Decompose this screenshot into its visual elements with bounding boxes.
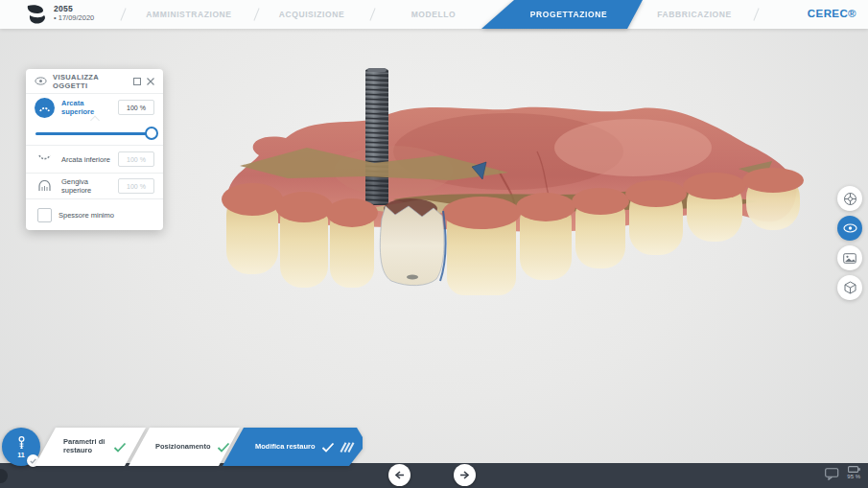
tab-fabbricazione[interactable]: FABBRICAZIONE (637, 0, 752, 29)
battery-status: 95 % (847, 466, 860, 479)
cerec-brand-label: CEREC® (808, 8, 856, 19)
gingiva-icon (35, 176, 55, 197)
view-objects-button[interactable] (837, 216, 862, 241)
step-modifica-restauro-active[interactable]: Modifica restauro (223, 428, 363, 466)
tools-wheel-icon (843, 192, 857, 206)
step-label: Posizionamento (155, 443, 211, 452)
tooth-number: 11 (17, 452, 24, 458)
opacity-slider-section (26, 121, 163, 146)
step-label: Modifica restauro (255, 443, 316, 452)
arrow-left-icon (394, 471, 405, 479)
bottom-toolbar (0, 463, 868, 488)
object-row-arcata-inferiore[interactable]: Arcata inferiore 100 % (26, 146, 163, 173)
checkbox-label: Spessore minimo (59, 211, 154, 220)
lower-arch-icon (35, 150, 55, 170)
close-icon[interactable] (147, 78, 154, 85)
opacity-value-field[interactable]: 100 % (118, 100, 154, 115)
patient-date: • 17/09/2020 (54, 13, 94, 22)
step-label: Parametri di restauro (63, 438, 109, 454)
arrow-right-icon (459, 471, 470, 479)
object-label: Gengiva superiore (61, 177, 118, 195)
tab-amministrazione[interactable]: AMMINISTRAZIONE (131, 0, 246, 29)
panel-title: VISUALIZZA OGGETTI (53, 73, 128, 90)
design-steps-bar: 11 Parametri di restauro Posizionamento (0, 428, 868, 466)
upper-arch-icon (35, 98, 55, 118)
slider-handle[interactable] (145, 127, 158, 140)
tab-divider (369, 8, 375, 20)
tab-divider (753, 8, 759, 20)
tools-wheel-button[interactable] (837, 186, 862, 211)
model-3d-view[interactable] (221, 56, 806, 295)
implant-icon (16, 436, 27, 453)
visualizza-oggetti-panel: VISUALIZZA OGGETTI Arcata superiore 100 … (26, 69, 163, 230)
panel-header: VISUALIZZA OGGETTI (26, 69, 163, 94)
opacity-slider[interactable] (35, 132, 152, 135)
opacity-value-field[interactable]: 100 % (118, 178, 154, 194)
battery-percent: 95 % (847, 474, 860, 479)
dentsply-sirona-logo-icon (25, 5, 48, 25)
check-icon (113, 442, 127, 453)
top-phase-bar: 2055 • 17/09/2020 AMMINISTRAZIONE ACQUIS… (0, 0, 868, 29)
object-label: Arcata superiore (61, 99, 118, 116)
battery-icon (848, 466, 860, 473)
eye-icon (843, 223, 857, 233)
tab-divider (120, 8, 126, 20)
pin-window-icon[interactable] (133, 78, 141, 85)
opacity-value-field[interactable]: 100 % (118, 151, 154, 167)
tab-progettazione-label: PROGETTAZIONE (481, 0, 643, 29)
patient-info[interactable]: 2055 • 17/09/2020 (54, 4, 94, 22)
object-row-gengiva-superiore[interactable]: Gengiva superiore 100 % (26, 173, 163, 199)
previous-step-button[interactable] (388, 464, 411, 486)
status-icons: 95 % (825, 466, 860, 480)
tab-acquisizione[interactable]: ACQUISIZIONE (254, 0, 369, 29)
object-label: Arcata inferiore (61, 155, 118, 164)
tab-modello[interactable]: MODELLO (376, 0, 491, 29)
chat-icon[interactable] (825, 468, 839, 480)
model-3d-button[interactable] (837, 275, 862, 300)
check-icon (321, 442, 335, 453)
implant-screw[interactable] (365, 68, 388, 205)
spessore-minimo-checkbox[interactable] (37, 208, 52, 222)
cube-3d-icon (844, 281, 856, 294)
restoration-crown[interactable] (380, 206, 445, 286)
tab-progettazione-active[interactable]: PROGETTAZIONE (481, 0, 643, 29)
eye-icon (35, 77, 47, 85)
screenshot-icon (843, 253, 856, 264)
spessore-minimo-row[interactable]: Spessore minimo (26, 199, 163, 230)
screenshot-button[interactable] (837, 245, 862, 270)
cerec-app-window: 2055 • 17/09/2020 AMMINISTRAZIONE ACQUIS… (0, 0, 868, 488)
patient-id: 2055 (54, 4, 94, 13)
next-step-button[interactable] (454, 464, 476, 486)
